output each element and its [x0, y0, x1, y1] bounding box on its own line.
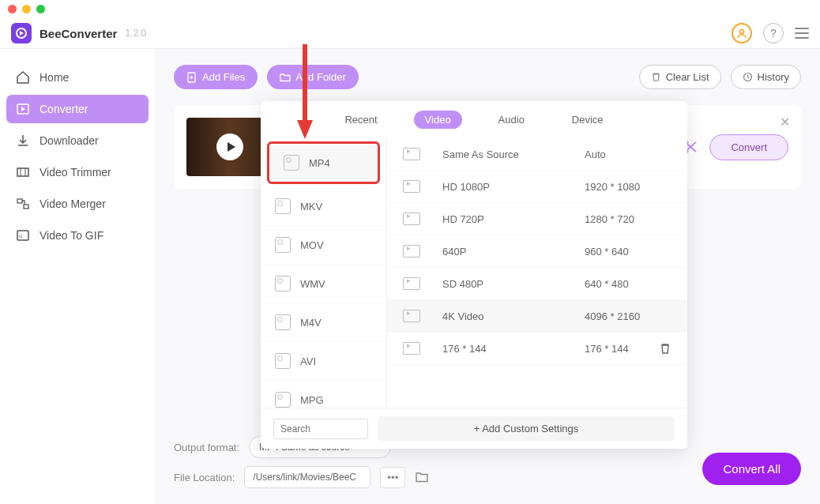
trimmer-icon [16, 165, 30, 179]
close-window-icon[interactable] [8, 5, 17, 13]
resolution-item[interactable]: SD 480P640 * 480 [387, 268, 687, 300]
resolution-size: 640 * 480 [585, 278, 629, 290]
convert-button[interactable]: Convert [709, 134, 788, 160]
sidebar-item-label: Video To GIF [39, 229, 103, 242]
resolution-name: Same As Source [442, 149, 585, 160]
window-controls[interactable] [0, 0, 820, 18]
tab-audio[interactable]: Audio [487, 111, 536, 129]
svg-point-2 [740, 30, 744, 34]
minimize-window-icon[interactable] [22, 5, 31, 13]
history-icon [743, 72, 753, 82]
video-icon [403, 180, 420, 193]
format-label: MKV [300, 201, 322, 213]
tab-recent[interactable]: Recent [333, 111, 388, 129]
app-title: BeeConverter [39, 27, 117, 40]
sidebar-item-merger[interactable]: Video Merger [6, 190, 149, 218]
download-icon [16, 134, 30, 148]
tab-device[interactable]: Device [561, 111, 615, 129]
help-icon[interactable]: ? [763, 23, 784, 43]
topbar: BeeConverter 1.2.0 ? [0, 18, 820, 49]
sidebar-item-label: Converter [39, 103, 88, 115]
resolution-item[interactable]: HD 1080P1920 * 1080 [387, 171, 687, 203]
file-icon [275, 392, 291, 408]
format-item-m4v[interactable]: M4V [261, 303, 386, 342]
format-label: MOV [300, 239, 324, 251]
button-label: Convert All [723, 462, 781, 476]
search-input[interactable] [273, 419, 368, 439]
gif-icon: G [16, 228, 30, 243]
format-item-wmv[interactable]: WMV [261, 265, 386, 303]
video-icon [403, 213, 420, 225]
sidebar-item-label: Video Trimmer [39, 166, 111, 179]
convert-all-button[interactable]: Convert All [702, 453, 801, 485]
path-value: /Users/link/Movies/BeeC [253, 472, 356, 483]
popup-footer: + Add Custom Settings [261, 408, 687, 449]
resolution-item[interactable]: HD 720P1280 * 720 [387, 203, 687, 235]
video-icon [403, 342, 420, 355]
svg-marker-4 [21, 107, 25, 111]
button-label: Clear List [666, 71, 709, 83]
sidebar-item-label: Home [39, 71, 69, 84]
add-files-button[interactable]: Add Files [174, 65, 258, 89]
file-icon [284, 155, 299, 171]
output-format-label: Output format: [174, 442, 239, 453]
video-icon [403, 148, 420, 160]
add-file-icon [186, 72, 197, 83]
format-item-mp4[interactable]: MP4 [267, 141, 380, 184]
add-folder-icon [280, 72, 291, 83]
format-list[interactable]: MP4 MKV MOV WMV M4V AVI MPG [261, 138, 387, 408]
format-item-mkv[interactable]: MKV [261, 187, 386, 226]
play-icon[interactable] [216, 134, 243, 160]
file-icon [275, 314, 291, 330]
resolution-item[interactable]: 640P960 * 640 [387, 235, 687, 268]
format-label: MPG [300, 394, 324, 406]
resolution-size: Auto [585, 149, 606, 160]
resolution-item[interactable]: 4K Video4096 * 2160 [387, 300, 687, 333]
home-icon [16, 70, 30, 85]
add-folder-button[interactable]: Add Folder [267, 65, 359, 89]
maximize-window-icon[interactable] [36, 5, 45, 13]
open-folder-icon[interactable] [415, 470, 429, 484]
resolution-size: 960 * 640 [585, 246, 629, 258]
file-icon [275, 276, 291, 291]
menu-icon[interactable] [795, 28, 809, 39]
resolution-name: 640P [442, 246, 585, 258]
sidebar-item-converter[interactable]: Converter [6, 95, 149, 123]
button-label: + Add Custom Settings [474, 423, 579, 434]
clear-list-button[interactable]: Clear List [639, 65, 721, 89]
resolution-item[interactable]: Same As SourceAuto [387, 138, 687, 171]
resolution-size: 1920 * 1080 [585, 181, 640, 193]
format-item-mov[interactable]: MOV [261, 226, 386, 265]
svg-rect-9 [24, 205, 28, 209]
sidebar-item-home[interactable]: Home [6, 63, 149, 92]
button-label: History [758, 71, 789, 83]
resolution-list[interactable]: Same As SourceAuto HD 1080P1920 * 1080 H… [387, 138, 687, 408]
resolution-name: 176 * 144 [442, 343, 585, 355]
format-label: M4V [300, 317, 322, 329]
tab-video[interactable]: Video [414, 111, 462, 129]
svg-text:G: G [19, 234, 23, 239]
file-location-label: File Location: [174, 472, 235, 483]
close-icon[interactable]: ✕ [780, 115, 790, 130]
resolution-item[interactable]: 176 * 144176 * 144 [387, 333, 687, 365]
sidebar: Home Converter Downloader Video Trimmer … [0, 49, 155, 498]
resolution-name: HD 1080P [442, 181, 585, 193]
trash-icon [651, 72, 661, 82]
format-item-mpg[interactable]: MPG [261, 381, 386, 408]
sidebar-item-gif[interactable]: G Video To GIF [6, 221, 149, 250]
delete-icon[interactable] [659, 342, 671, 355]
format-item-avi[interactable]: AVI [261, 342, 386, 381]
file-icon [275, 198, 291, 214]
format-label: MP4 [309, 157, 330, 169]
browse-button[interactable]: ••• [380, 467, 405, 488]
sidebar-item-trimmer[interactable]: Video Trimmer [6, 158, 149, 186]
history-button[interactable]: History [731, 65, 801, 89]
video-icon [403, 245, 420, 258]
sidebar-item-downloader[interactable]: Downloader [6, 126, 149, 155]
button-label: Convert [731, 141, 767, 153]
video-icon [403, 310, 420, 322]
add-custom-button[interactable]: + Add Custom Settings [378, 416, 675, 441]
user-account-icon[interactable] [732, 23, 752, 43]
video-icon [403, 277, 420, 290]
resolution-size: 4096 * 2160 [585, 310, 640, 322]
